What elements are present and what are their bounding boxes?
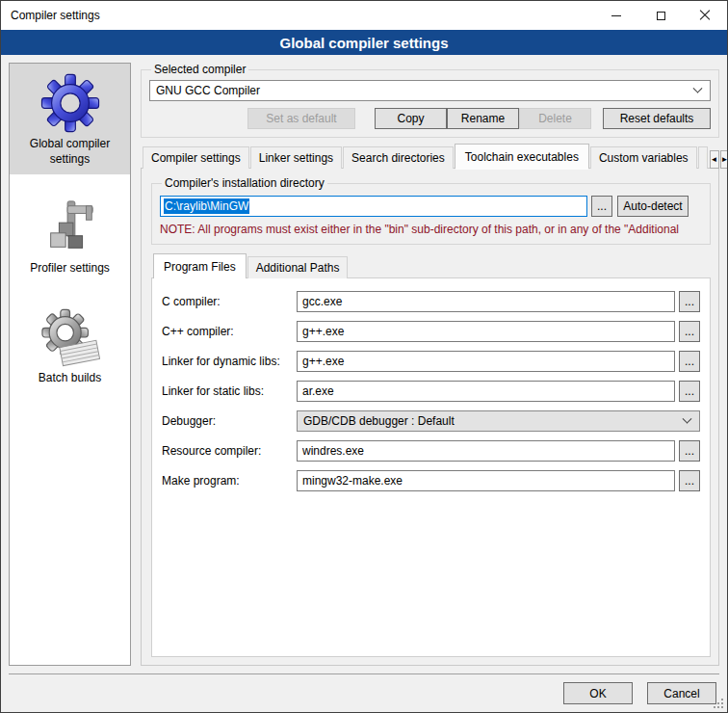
sidebar-item-batch-builds[interactable]: Batch builds bbox=[10, 298, 130, 394]
sidebar-item-label: Global compiler settings bbox=[12, 137, 128, 167]
field-row-c-compiler: C compiler: ... bbox=[162, 291, 700, 312]
chevron-down-icon bbox=[693, 83, 703, 92]
tab-scroll-right-button[interactable]: ► bbox=[720, 150, 728, 169]
sidebar-item-global-compiler-settings[interactable]: Global compiler settings bbox=[10, 64, 130, 174]
toolchain-executables-page: Compiler's installation directory C:\ray… bbox=[141, 168, 719, 666]
selected-compiler-group: Selected compiler GNU GCC Compiler Set a… bbox=[141, 63, 719, 138]
dialog-body: Global compiler settings Profiler settin… bbox=[1, 55, 727, 673]
arrow-left-icon: ◄ bbox=[711, 156, 718, 164]
c-compiler-input[interactable] bbox=[297, 291, 675, 312]
static-linker-browse-button[interactable]: ... bbox=[679, 381, 700, 402]
dialog-footer: OK Cancel bbox=[9, 673, 719, 712]
tab-program-files[interactable]: Program Files bbox=[153, 253, 247, 278]
make-program-input[interactable] bbox=[297, 470, 675, 491]
field-label: Debugger: bbox=[162, 414, 297, 428]
installation-directory-label: Compiler's installation directory bbox=[162, 176, 327, 190]
tab-scroll-left-button[interactable]: ◄ bbox=[710, 150, 719, 169]
c-compiler-browse-button[interactable]: ... bbox=[679, 291, 700, 312]
compiler-select[interactable]: GNU GCC Compiler bbox=[149, 80, 711, 101]
set-as-default-button[interactable]: Set as default bbox=[247, 108, 355, 129]
installation-directory-group: Compiler's installation directory C:\ray… bbox=[151, 176, 711, 245]
installation-directory-row: C:\raylib\MinGW ... Auto-detect bbox=[160, 196, 702, 217]
installation-directory-selected-text: C:\raylib\MinGW bbox=[164, 198, 249, 214]
field-label: Linker for static libs: bbox=[162, 384, 297, 398]
auto-detect-button[interactable]: Auto-detect bbox=[617, 196, 689, 217]
blue-gear-icon bbox=[40, 73, 100, 133]
tab-additional-paths[interactable]: Additional Paths bbox=[247, 256, 349, 278]
field-label: Resource compiler: bbox=[162, 444, 297, 458]
compiler-settings-dialog: Compiler settings Global compiler settin… bbox=[0, 0, 728, 713]
field-row-resource-compiler: Resource compiler: ... bbox=[162, 440, 700, 462]
main-panel: Selected compiler GNU GCC Compiler Set a… bbox=[141, 63, 719, 666]
compiler-actions-row: Set as default Copy Rename Delete Reset … bbox=[149, 108, 711, 129]
maximize-button[interactable] bbox=[638, 1, 683, 30]
delete-button[interactable]: Delete bbox=[519, 108, 591, 129]
rename-button[interactable]: Rename bbox=[447, 108, 519, 129]
cpp-compiler-browse-button[interactable]: ... bbox=[679, 321, 700, 342]
selected-compiler-group-label: Selected compiler bbox=[151, 63, 248, 76]
cancel-button[interactable]: Cancel bbox=[647, 682, 716, 704]
dynamic-linker-input[interactable] bbox=[297, 351, 675, 372]
installation-directory-browse-button[interactable]: ... bbox=[591, 196, 612, 217]
minimize-icon bbox=[611, 15, 621, 16]
minimize-button[interactable] bbox=[594, 1, 638, 30]
dynamic-linker-browse-button[interactable]: ... bbox=[679, 351, 700, 372]
make-program-browse-button[interactable]: ... bbox=[679, 470, 700, 491]
debugger-select[interactable]: GDB/CDB debugger : Default bbox=[297, 410, 700, 432]
field-row-dynamic-linker: Linker for dynamic libs: ... bbox=[162, 351, 700, 372]
caliper-blocks-icon bbox=[40, 198, 100, 257]
field-row-make-program: Make program: ... bbox=[162, 470, 700, 491]
resize-grip[interactable] bbox=[714, 699, 723, 708]
chevron-down-icon bbox=[683, 413, 692, 423]
field-label: C++ compiler: bbox=[162, 325, 297, 338]
gray-gear-paper-stack-icon bbox=[40, 307, 100, 367]
reset-defaults-button[interactable]: Reset defaults bbox=[603, 108, 711, 129]
maximize-icon bbox=[657, 12, 665, 20]
resource-compiler-browse-button[interactable]: ... bbox=[679, 440, 700, 462]
page-title: Global compiler settings bbox=[1, 30, 727, 55]
compiler-select-value: GNU GCC Compiler bbox=[156, 84, 260, 97]
sidebar-item-label: Batch builds bbox=[12, 371, 128, 386]
tab-build-options-clipped[interactable]: Build bbox=[698, 146, 708, 169]
field-label: Make program: bbox=[162, 474, 297, 488]
close-icon bbox=[699, 10, 711, 21]
static-linker-input[interactable] bbox=[297, 381, 675, 402]
tab-compiler-settings[interactable]: Compiler settings bbox=[143, 146, 249, 169]
field-row-debugger: Debugger: GDB/CDB debugger : Default bbox=[162, 410, 700, 432]
resource-compiler-input[interactable] bbox=[297, 440, 675, 462]
settings-category-list: Global compiler settings Profiler settin… bbox=[9, 63, 131, 666]
field-row-cpp-compiler: C++ compiler: ... bbox=[162, 321, 700, 342]
tab-toolchain-executables[interactable]: Toolchain executables bbox=[455, 144, 589, 169]
tab-linker-settings[interactable]: Linker settings bbox=[250, 146, 342, 169]
window-title: Compiler settings bbox=[1, 9, 594, 22]
debugger-select-value: GDB/CDB debugger : Default bbox=[303, 414, 455, 428]
bin-subdirectory-note: NOTE: All programs must exist either in … bbox=[160, 223, 702, 236]
arrow-right-icon: ► bbox=[721, 156, 728, 164]
titlebar: Compiler settings bbox=[1, 1, 727, 30]
copy-button[interactable]: Copy bbox=[375, 108, 447, 129]
sidebar-item-label: Profiler settings bbox=[12, 261, 128, 277]
ok-button[interactable]: OK bbox=[563, 682, 633, 704]
sidebar-item-profiler-settings[interactable]: Profiler settings bbox=[10, 188, 130, 284]
program-tabs: Program Files Additional Paths bbox=[151, 255, 711, 278]
close-button[interactable] bbox=[683, 1, 727, 30]
field-label: Linker for dynamic libs: bbox=[162, 355, 297, 368]
program-files-page: C compiler: ... C++ compiler: ... Linker… bbox=[151, 277, 711, 657]
field-row-static-linker: Linker for static libs: ... bbox=[162, 381, 700, 402]
cpp-compiler-input[interactable] bbox=[297, 321, 675, 342]
installation-directory-input[interactable]: C:\raylib\MinGW bbox=[160, 196, 587, 217]
compiler-tabs: Compiler settings Linker settings Search… bbox=[141, 145, 719, 169]
tab-custom-variables[interactable]: Custom variables bbox=[590, 146, 697, 169]
field-label: C compiler: bbox=[162, 295, 297, 308]
tab-search-directories[interactable]: Search directories bbox=[343, 146, 454, 169]
